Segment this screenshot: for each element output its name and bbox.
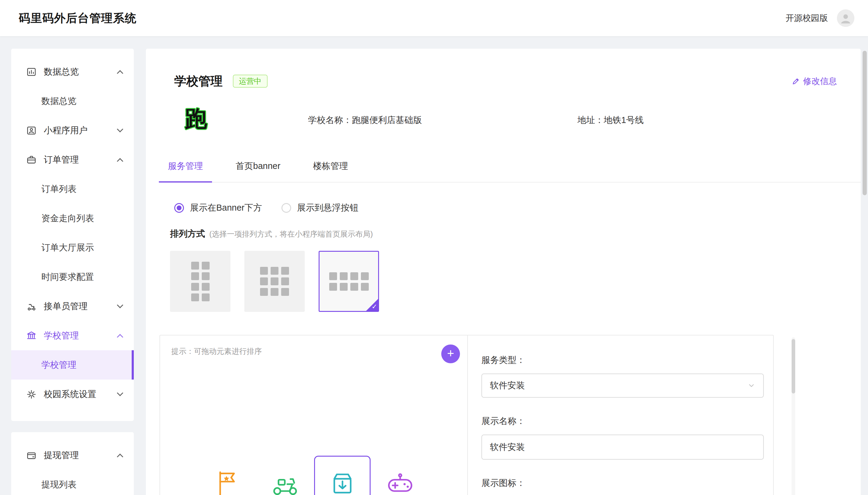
chevron-up-icon [117, 334, 123, 340]
layout-option-4col[interactable] [319, 251, 379, 312]
sidebar-item-courier-management[interactable]: 接单员管理 [11, 292, 134, 321]
sidebar-item-data-overview-sub[interactable]: 数据总览 [11, 86, 134, 116]
school-address: 地址：地铁1号线 [578, 114, 643, 126]
layout-option-2col[interactable] [170, 251, 230, 312]
user-avatar[interactable] [837, 10, 854, 27]
tab-home-banner[interactable]: 首页banner [227, 160, 289, 182]
school-logo: 跑 [181, 103, 211, 133]
chevron-up-icon [117, 454, 123, 460]
edition-label: 开源校园版 [785, 12, 828, 24]
selected-service-card[interactable] [314, 456, 371, 495]
sidebar-item-label: 订单管理 [44, 154, 79, 166]
radio-floating-button[interactable]: 展示到悬浮按钮 [282, 202, 358, 214]
layout-option-3col[interactable] [244, 251, 305, 312]
school-address-value: 地铁1号线 [604, 115, 643, 125]
radio-unselected-icon [282, 203, 291, 213]
courier-management-icon [26, 301, 37, 311]
sidebar-main-card: 数据总览 数据总览 小程序用户 订单管理 订单列表 [11, 49, 134, 421]
sidebar-item-label: 订单列表 [41, 183, 76, 195]
radio-banner-below[interactable]: 展示在Banner下方 [174, 202, 262, 214]
arrangement-header: 排列方式 (选择一项排列方式，将在小程序端首页展示布局) [170, 228, 861, 240]
sidebar-item-time-config[interactable]: 时间要求配置 [11, 262, 134, 292]
gamepad-icon[interactable] [385, 468, 415, 495]
add-service-button[interactable]: + [441, 344, 460, 363]
drag-hint: 提示：可拖动元素进行排序 [171, 346, 262, 356]
sidebar-item-label: 提现管理 [44, 449, 79, 461]
sidebar-item-order-hall[interactable]: 订单大厅展示 [11, 233, 134, 262]
sidebar-item-funds-flow[interactable]: 资金走向列表 [11, 204, 134, 233]
order-management-icon [26, 155, 37, 165]
layout-option-cards [170, 251, 861, 312]
radio-selected-icon [174, 203, 184, 213]
sidebar-item-order-management[interactable]: 订单管理 [11, 145, 134, 174]
sidebar-item-school-management-sub[interactable]: 学校管理 [11, 350, 134, 379]
radio-label: 展示到悬浮按钮 [297, 202, 358, 214]
scooter-icon[interactable] [270, 468, 300, 495]
box-icon [327, 469, 358, 495]
school-management-icon [26, 330, 37, 341]
chevron-down-icon [117, 302, 123, 308]
sidebar-item-label: 提现列表 [41, 479, 76, 491]
chevron-up-icon [117, 158, 123, 165]
layout-preview-grid [191, 262, 210, 301]
layout-preview-grid [329, 272, 369, 291]
sidebar-bottom-card: 提现管理 提现列表 [11, 432, 134, 495]
sidebar-item-label: 小程序用户 [44, 124, 88, 137]
chevron-up-icon [117, 70, 123, 76]
arrangement-title: 排列方式 [170, 228, 205, 240]
campus-settings-icon [26, 389, 37, 399]
layout-preview-grid [260, 267, 289, 296]
dashboard-icon [26, 67, 37, 77]
school-address-label: 地址： [578, 115, 604, 125]
school-name-value: 跑腿便利店基础版 [352, 115, 422, 125]
app-title: 码里码外后台管理系统 [19, 11, 137, 26]
edit-info-link[interactable]: 修改信息 [792, 75, 837, 87]
edit-info-label: 修改信息 [803, 75, 837, 87]
panel-scrollbar-track[interactable] [792, 337, 795, 495]
window-scrollbar-thumb[interactable] [863, 51, 867, 195]
sidebar: 数据总览 数据总览 小程序用户 订单管理 订单列表 [11, 49, 134, 495]
tab-service-management[interactable]: 服务管理 [159, 160, 212, 183]
sidebar-item-label: 数据总览 [44, 66, 79, 78]
svg-text:跑: 跑 [184, 106, 208, 131]
flag-icon[interactable] [213, 468, 243, 495]
tab-bar: 服务管理 首页banner 楼栋管理 [159, 160, 861, 183]
arrangement-hint: (选择一项排列方式，将在小程序端首页展示布局) [209, 229, 373, 239]
main-panel: 学校管理 运营中 修改信息 跑 学校名称：跑腿便利店基础版 地址：地铁1号线 服… [146, 49, 861, 495]
sidebar-item-label: 订单大厅展示 [41, 242, 94, 254]
sidebar-item-label: 资金走向列表 [41, 212, 94, 224]
service-editor-panel: 提示：可拖动元素进行排序 + [159, 335, 774, 495]
status-badge: 运营中 [233, 75, 268, 88]
display-icon-label: 展示图标： [481, 477, 764, 489]
sidebar-item-miniprogram-users[interactable]: 小程序用户 [11, 116, 134, 145]
sidebar-item-school-management[interactable]: 学校管理 [11, 321, 134, 350]
radio-label: 展示在Banner下方 [190, 202, 262, 214]
school-info-row: 跑 学校名称：跑腿便利店基础版 地址：地铁1号线 [146, 103, 861, 137]
sidebar-item-label: 数据总览 [41, 95, 76, 107]
service-type-value: 软件安装 [490, 379, 525, 392]
chevron-down-icon [747, 382, 755, 390]
sidebar-item-label: 时间要求配置 [41, 271, 94, 283]
chevron-down-icon [117, 390, 123, 396]
app-window: 码里码外后台管理系统 开源校园版 数据总览 数据总览 [0, 0, 868, 495]
service-type-label: 服务类型： [481, 354, 764, 366]
sidebar-item-label: 学校管理 [44, 330, 79, 342]
tab-building-management[interactable]: 楼栋管理 [304, 160, 357, 182]
display-name-input[interactable] [481, 434, 764, 460]
sidebar-item-campus-settings[interactable]: 校园系统设置 [11, 379, 134, 409]
withdrawal-icon [26, 450, 37, 461]
panel-scrollbar-thumb[interactable] [792, 339, 795, 393]
chevron-down-icon [117, 126, 123, 132]
sidebar-item-withdrawal-management[interactable]: 提现管理 [11, 441, 134, 470]
school-name: 学校名称：跑腿便利店基础版 [308, 114, 422, 126]
sidebar-item-order-list[interactable]: 订单列表 [11, 174, 134, 204]
page-title-row: 学校管理 运营中 修改信息 [174, 73, 837, 89]
display-position-radios: 展示在Banner下方 展示到悬浮按钮 [174, 202, 861, 214]
sidebar-item-withdrawal-list[interactable]: 提现列表 [11, 470, 134, 495]
service-sort-area: 提示：可拖动元素进行排序 + [160, 336, 468, 495]
miniprogram-users-icon [26, 125, 37, 136]
sidebar-item-label: 接单员管理 [44, 301, 88, 312]
sidebar-item-data-overview[interactable]: 数据总览 [11, 57, 134, 86]
app-header: 码里码外后台管理系统 开源校园版 [0, 0, 868, 36]
service-type-select[interactable]: 软件安装 [481, 374, 764, 398]
